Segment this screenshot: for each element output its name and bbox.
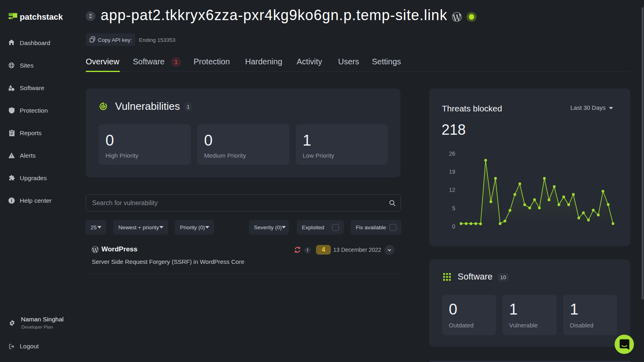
svg-text:19: 19	[449, 169, 455, 175]
svg-text:26: 26	[449, 150, 455, 157]
svg-text:12: 12	[449, 187, 455, 193]
svg-text:0: 0	[452, 223, 455, 230]
svg-text:5: 5	[452, 205, 455, 212]
